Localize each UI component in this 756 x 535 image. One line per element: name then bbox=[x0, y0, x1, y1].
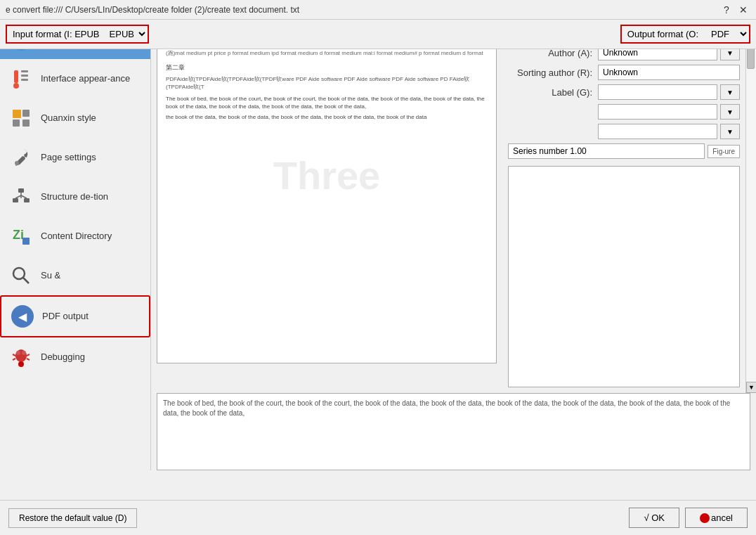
scroll-down-btn[interactable]: ▼ bbox=[746, 382, 756, 393]
field2-input[interactable] bbox=[598, 124, 717, 139]
help-button[interactable]: ? bbox=[719, 3, 734, 17]
book-preview: (跑)mat medium pt price p format medium i… bbox=[157, 40, 497, 363]
book-preview-section: Book Cover (跑)mat medium pt price p form… bbox=[151, 20, 502, 393]
svg-point-22 bbox=[22, 351, 26, 355]
sidebar-item-pdf[interactable]: ◀ PDF output bbox=[0, 295, 150, 337]
svg-text:Zi: Zi bbox=[13, 228, 24, 242]
content-top: Book Cover (跑)mat medium pt price p form… bbox=[151, 20, 756, 393]
main-layout: i Metadata Interface appear-ance Quanxin… bbox=[0, 20, 756, 470]
field1-input[interactable] bbox=[598, 104, 717, 120]
svg-rect-6 bbox=[22, 110, 30, 117]
field1-row: ▼ bbox=[508, 104, 740, 120]
label-g-wrapper: ▼ bbox=[598, 84, 740, 100]
label-g-dropdown-btn[interactable]: ▼ bbox=[720, 84, 740, 100]
field1-wrapper: ▼ bbox=[598, 104, 740, 120]
sidebar-label-pdf: PDF output bbox=[42, 311, 89, 323]
real-format-bar: Input format (I: EPUB EPUB Output format… bbox=[0, 20, 756, 49]
title-bar-text: e convert file:/// C/Users/LIn/Desktop/c… bbox=[6, 5, 719, 15]
notes-section: The book of bed, the book of the court, … bbox=[157, 393, 750, 470]
label-g-input[interactable] bbox=[598, 84, 717, 100]
svg-rect-11 bbox=[13, 198, 18, 202]
svg-rect-0 bbox=[14, 70, 18, 83]
book-watermark: Three bbox=[273, 148, 381, 203]
svg-rect-7 bbox=[13, 120, 20, 127]
notes-label: The book of bed, the book of the court, … bbox=[157, 394, 750, 422]
sidebar-label-debug: Debugging bbox=[41, 352, 85, 363]
sidebar-label-page: Page settings bbox=[41, 152, 96, 164]
svg-rect-4 bbox=[21, 79, 28, 81]
comment-text bbox=[509, 167, 739, 172]
svg-line-25 bbox=[13, 359, 15, 360]
content-area: Book Cover (跑)mat medium pt price p form… bbox=[151, 20, 756, 470]
output-format-select2[interactable]: PDF EPUB bbox=[707, 27, 749, 41]
label-g-row: Label (G): ▼ bbox=[508, 84, 740, 100]
pdf-icon: ◀ bbox=[10, 304, 35, 329]
scroll-track[interactable] bbox=[746, 31, 756, 382]
sidebar-item-quanxin[interactable]: Quanxin style bbox=[0, 98, 150, 138]
svg-rect-2 bbox=[21, 70, 28, 72]
bug-icon bbox=[8, 344, 34, 370]
svg-point-1 bbox=[13, 83, 19, 89]
sidebar-label-structure: Structure de-tion bbox=[41, 191, 108, 203]
book-page: (跑)mat medium pt price p format medium i… bbox=[157, 41, 496, 363]
sidebar-item-content[interactable]: Zi Content Directory bbox=[0, 217, 150, 256]
cancel-dot-icon bbox=[700, 513, 710, 523]
sorting-author-label: Sorting author (R): bbox=[508, 67, 592, 78]
wrench-icon bbox=[8, 145, 34, 170]
sidebar-label-quanxin: Quanxin style bbox=[41, 112, 96, 124]
title-bar: e convert file:/// C/Users/LIn/Desktop/c… bbox=[0, 0, 756, 20]
cancel-label: ancel bbox=[711, 513, 733, 523]
comment-area[interactable] bbox=[508, 166, 740, 387]
output-format-text: Output format (O: bbox=[622, 26, 704, 42]
label-g-label: Label (G): bbox=[508, 87, 592, 98]
sorting-author-input[interactable] bbox=[598, 65, 740, 80]
book-body-text-1: The book of bed, the book of the court, … bbox=[166, 95, 488, 110]
cancel-button[interactable]: ancel bbox=[685, 508, 748, 528]
svg-line-14 bbox=[15, 195, 21, 198]
book-chapter: 第二章 bbox=[166, 63, 488, 72]
output-format-box: Output format (O: PDF EPUB bbox=[620, 25, 750, 44]
field2-dropdown-btn[interactable]: ▼ bbox=[720, 124, 740, 139]
vertical-scrollbar[interactable]: ▲ ▼ bbox=[745, 20, 756, 393]
input-format-box: Input format (I: EPUB EPUB bbox=[6, 25, 149, 44]
svg-rect-17 bbox=[22, 238, 30, 245]
search-icon bbox=[8, 263, 34, 288]
sorting-author-row: Sorting author (R): bbox=[508, 65, 740, 80]
svg-line-26 bbox=[27, 359, 30, 360]
series-row: Series number 1.00 Fig-ure bbox=[508, 143, 740, 159]
svg-line-15 bbox=[21, 195, 27, 198]
input-format-select2[interactable]: EPUB bbox=[105, 27, 148, 41]
sidebar-label-content: Content Directory bbox=[41, 231, 112, 243]
book-body-text-2: the book of the data, the book of the da… bbox=[166, 113, 488, 121]
svg-rect-5 bbox=[13, 110, 21, 118]
book-page-header: (跑)mat medium pt price p format medium i… bbox=[166, 49, 488, 58]
sidebar-item-debug[interactable]: Debugging bbox=[0, 337, 150, 377]
field2-row: ▼ bbox=[508, 124, 740, 139]
series-label: Series number 1.00 bbox=[513, 146, 587, 156]
input-format-text: Input format (I: EPUB bbox=[7, 26, 105, 42]
svg-line-24 bbox=[27, 354, 30, 356]
sidebar-item-interface[interactable]: Interface appear-ance bbox=[0, 59, 150, 98]
close-button[interactable]: ✕ bbox=[736, 3, 750, 17]
restore-default-button[interactable]: Restore the default value (D) bbox=[8, 508, 137, 528]
metadata-section: Title (T): Author (A): ▼ Sorting author … bbox=[502, 20, 745, 393]
svg-point-27 bbox=[18, 361, 24, 367]
sidebar-item-structure[interactable]: Structure de-tion bbox=[0, 177, 150, 217]
sidebar-label-search: Su & bbox=[41, 270, 60, 282]
sidebar: i Metadata Interface appear-ance Quanxin… bbox=[0, 20, 151, 470]
brush-icon bbox=[8, 66, 34, 91]
field1-dropdown-btn[interactable]: ▼ bbox=[720, 104, 740, 120]
book-pdf-text: PDFAide软(TPDFAide软(TPDFAide软(TPDF软ware P… bbox=[166, 75, 488, 91]
ok-button[interactable]: √ OK bbox=[629, 508, 679, 528]
sidebar-item-search[interactable]: Su & bbox=[0, 256, 150, 295]
svg-line-23 bbox=[13, 354, 15, 356]
svg-rect-12 bbox=[24, 198, 30, 202]
sidebar-item-page[interactable]: Page settings bbox=[0, 138, 150, 177]
svg-rect-3 bbox=[21, 75, 28, 77]
svg-point-9 bbox=[15, 161, 19, 165]
bottom-bar: Restore the default value (D) √ OK ancel bbox=[0, 500, 756, 535]
series-input[interactable]: Series number 1.00 bbox=[508, 143, 705, 159]
notes-text: The book of bed, the book of the court, … bbox=[163, 399, 730, 417]
svg-rect-10 bbox=[18, 188, 24, 193]
fig-label: Fig-ure bbox=[708, 145, 740, 158]
